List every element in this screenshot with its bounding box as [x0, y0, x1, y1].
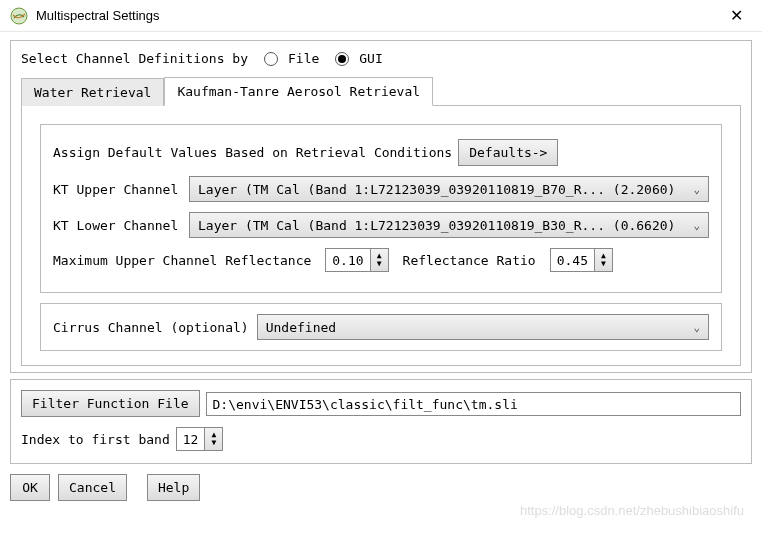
index-first-band-label: Index to first band — [21, 432, 170, 447]
kt-upper-channel-label: KT Upper Channel — [53, 182, 183, 197]
kt-lower-channel-label: KT Lower Channel — [53, 218, 183, 233]
spinner-arrows-icon[interactable]: ▲▼ — [370, 249, 388, 271]
kt-lower-channel-dropdown[interactable]: Layer (TM Cal (Band 1:L72123039_03920110… — [189, 212, 709, 238]
close-button[interactable]: ✕ — [720, 4, 752, 28]
index-first-band-spinner[interactable]: 12 ▲▼ — [176, 427, 224, 451]
radio-gui-label: GUI — [359, 51, 382, 66]
tab-water-retrieval[interactable]: Water Retrieval — [21, 78, 164, 106]
select-channel-label: Select Channel Definitions by — [21, 51, 248, 66]
app-icon — [10, 7, 28, 25]
chevron-down-icon: ⌄ — [693, 183, 700, 196]
max-upper-reflectance-value: 0.10 — [326, 253, 369, 268]
tab-kaufman-tanre[interactable]: Kaufman-Tanre Aerosol Retrieval — [164, 77, 433, 106]
spinner-arrows-icon[interactable]: ▲▼ — [594, 249, 612, 271]
max-upper-reflectance-spinner[interactable]: 0.10 ▲▼ — [325, 248, 388, 272]
spinner-arrows-icon[interactable]: ▲▼ — [204, 428, 222, 450]
chevron-down-icon: ⌄ — [693, 321, 700, 334]
assign-defaults-label: Assign Default Values Based on Retrieval… — [53, 145, 452, 160]
max-upper-reflectance-label: Maximum Upper Channel Reflectance — [53, 253, 311, 268]
reflectance-ratio-label: Reflectance Ratio — [403, 253, 536, 268]
help-button[interactable]: Help — [147, 474, 200, 501]
radio-file-label: File — [288, 51, 319, 66]
chevron-down-icon: ⌄ — [693, 219, 700, 232]
window-title: Multispectral Settings — [36, 8, 720, 23]
defaults-button[interactable]: Defaults-> — [458, 139, 558, 166]
cirrus-label: Cirrus Channel (optional) — [53, 320, 249, 335]
cancel-button[interactable]: Cancel — [58, 474, 127, 501]
cirrus-value: Undefined — [266, 320, 336, 335]
radio-file[interactable] — [264, 52, 278, 66]
cirrus-dropdown[interactable]: Undefined ⌄ — [257, 314, 709, 340]
reflectance-ratio-value: 0.45 — [551, 253, 594, 268]
radio-gui[interactable] — [335, 52, 349, 66]
kt-lower-channel-value: Layer (TM Cal (Band 1:L72123039_03920110… — [198, 218, 675, 233]
filter-function-file-button[interactable]: Filter Function File — [21, 390, 200, 417]
filter-function-file-input[interactable]: D:\envi\ENVI53\classic\filt_func\tm.sli — [206, 392, 741, 416]
kt-upper-channel-value: Layer (TM Cal (Band 1:L72123039_03920110… — [198, 182, 675, 197]
ok-button[interactable]: OK — [10, 474, 50, 501]
kt-upper-channel-dropdown[interactable]: Layer (TM Cal (Band 1:L72123039_03920110… — [189, 176, 709, 202]
index-first-band-value: 12 — [177, 432, 205, 447]
reflectance-ratio-spinner[interactable]: 0.45 ▲▼ — [550, 248, 613, 272]
